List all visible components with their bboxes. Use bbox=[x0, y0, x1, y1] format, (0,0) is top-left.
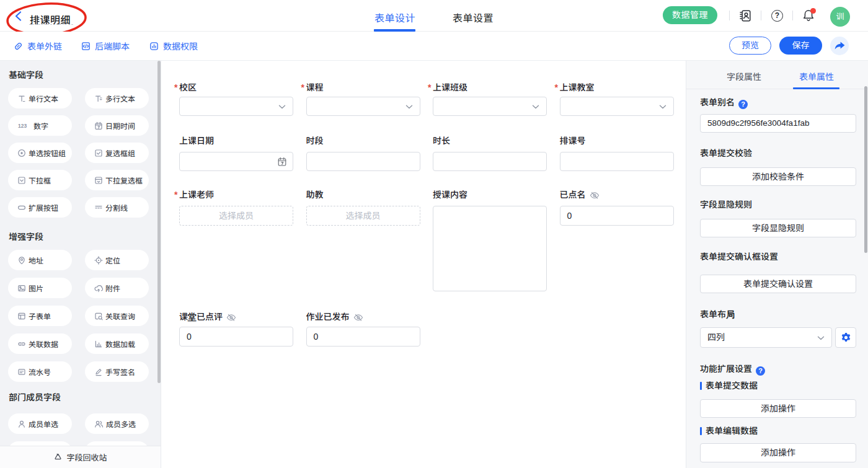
svg-text:123: 123 bbox=[18, 123, 27, 129]
